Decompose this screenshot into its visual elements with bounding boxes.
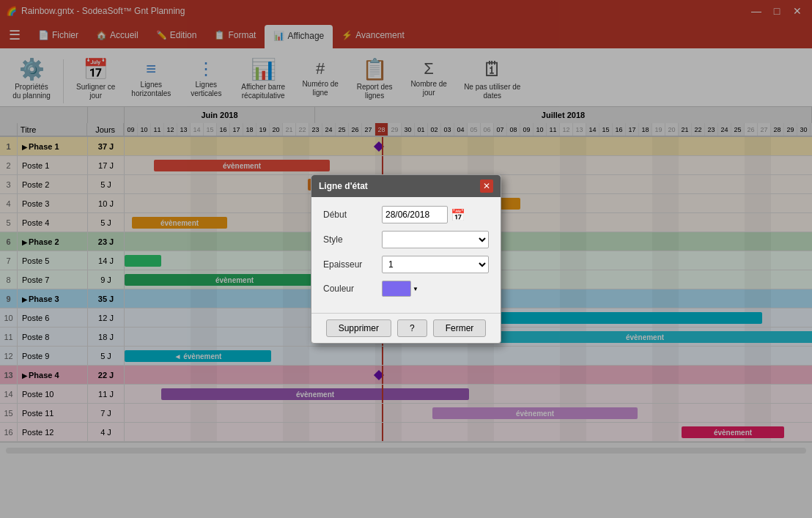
modal-close-button[interactable]: ✕ [480,180,493,193]
color-picker-wrap: ▼ [382,281,418,297]
debut-input[interactable] [382,206,448,223]
form-row-epaisseur: Epaisseur 1 2 3 [323,256,489,273]
style-label: Style [323,234,382,245]
modal-dialog: Ligne d'état ✕ Début 📅 Style ───── - - -… [311,174,501,344]
epaisseur-label: Epaisseur [323,259,382,270]
form-row-debut: Début 📅 [323,206,489,223]
aide-button[interactable]: ? [397,319,427,337]
modal-title: Ligne d'état [319,181,368,191]
color-dropdown-arrow[interactable]: ▼ [413,286,418,292]
color-swatch[interactable] [382,281,411,297]
modal-overlay: Ligne d'état ✕ Début 📅 Style ───── - - -… [0,0,812,518]
calendar-icon[interactable]: 📅 [451,208,465,222]
modal-footer: Supprimer ? Fermer [311,313,501,343]
epaisseur-select[interactable]: 1 2 3 [382,256,489,273]
form-row-style: Style ───── - - - ····· [323,231,489,248]
debut-label: Début [323,210,382,220]
date-input-wrap: 📅 [382,206,465,223]
modal-body: Début 📅 Style ───── - - - ····· Epaisseu… [311,197,501,313]
fermer-button[interactable]: Fermer [433,319,487,337]
couleur-label: Couleur [323,284,382,294]
modal-header: Ligne d'état ✕ [311,175,501,197]
style-select[interactable]: ───── - - - ····· [382,231,489,248]
form-row-couleur: Couleur ▼ [323,281,489,297]
supprimer-button[interactable]: Supprimer [326,319,391,337]
